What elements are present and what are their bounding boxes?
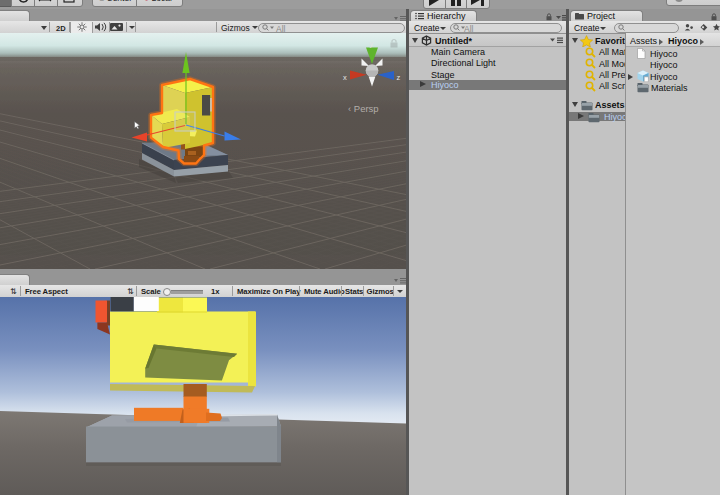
svg-text:x: x: [343, 73, 347, 82]
svg-text:y: y: [370, 39, 374, 48]
svg-text:‹ Persp: ‹ Persp: [348, 103, 379, 114]
svg-text:z: z: [397, 73, 401, 82]
